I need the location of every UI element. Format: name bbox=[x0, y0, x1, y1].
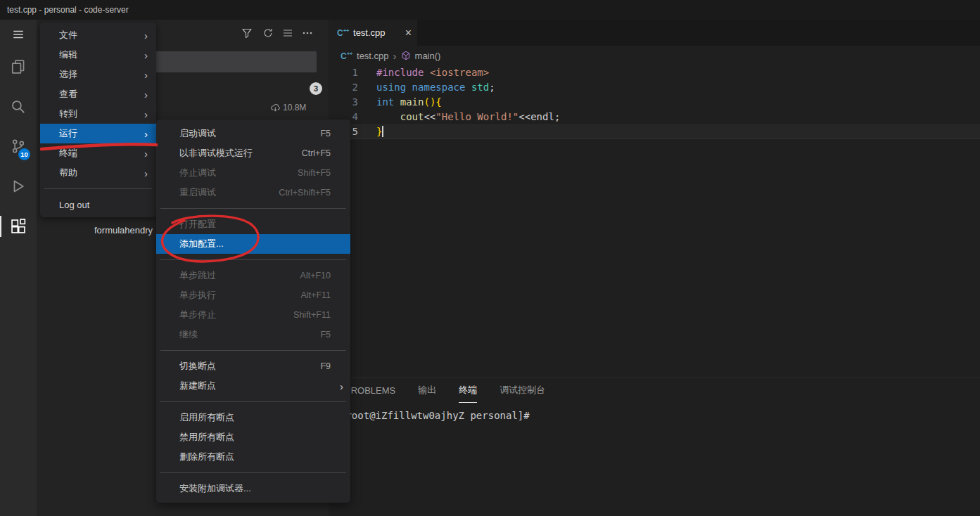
menu-separator bbox=[160, 472, 346, 473]
hamburger-icon bbox=[12, 28, 25, 41]
app-menu-item[interactable]: 选择› bbox=[40, 65, 156, 84]
run-menu-item-label: 切换断点 bbox=[179, 360, 216, 373]
panel-tab-bar: PROBLEMS输出终端调试控制台 bbox=[329, 378, 980, 403]
run-menu-item-label: 启动调试 bbox=[179, 127, 216, 140]
run-menu-item[interactable]: 启动调试F5 bbox=[156, 124, 350, 143]
app-menu-item[interactable]: 编辑› bbox=[40, 45, 156, 65]
panel-tab[interactable]: 终端 bbox=[459, 378, 477, 403]
line-number: 2 bbox=[329, 80, 358, 95]
cloud-download-icon bbox=[270, 103, 281, 113]
shortcut-label: Alt+F10 bbox=[300, 271, 331, 280]
app-menu-item[interactable]: Log out bbox=[40, 195, 156, 214]
search-icon bbox=[11, 99, 26, 115]
list-icon[interactable] bbox=[279, 25, 296, 41]
panel-tab[interactable]: 输出 bbox=[418, 378, 436, 403]
app-menu-item[interactable]: 转到› bbox=[40, 104, 156, 124]
app-menu-item[interactable]: 运行› bbox=[40, 124, 156, 143]
filter-icon[interactable] bbox=[238, 25, 255, 41]
menu-separator bbox=[160, 208, 346, 209]
chevron-right-icon: › bbox=[144, 30, 148, 41]
run-menu-item[interactable]: 删除所有断点 bbox=[156, 447, 350, 467]
code-line[interactable]: 1#include <iostream> bbox=[329, 65, 980, 80]
activity-bar: 10 bbox=[0, 20, 37, 516]
run-menu-item-label: 停止调试 bbox=[179, 167, 216, 179]
run-menu-item[interactable]: 安装附加调试器... bbox=[156, 479, 350, 498]
menu-button[interactable] bbox=[0, 20, 37, 49]
app-menu-item[interactable]: 帮助› bbox=[40, 163, 156, 183]
code-text: cout<<"Hello World!"<<endl; bbox=[358, 110, 560, 124]
run-menu-item-label: 添加配置... bbox=[179, 238, 224, 250]
app-menu-item-label: Log out bbox=[59, 200, 89, 210]
chevron-right-icon: › bbox=[144, 108, 148, 120]
menu-separator bbox=[44, 188, 152, 189]
refresh-icon[interactable] bbox=[260, 25, 276, 41]
run-menu-item: 重启调试Ctrl+Shift+F5 bbox=[156, 183, 350, 202]
app-menu-item-label: 转到 bbox=[59, 108, 77, 120]
code-line[interactable]: 5} bbox=[329, 124, 980, 139]
scm-badge: 10 bbox=[18, 148, 30, 160]
chevron-right-icon: › bbox=[393, 50, 397, 62]
run-menu-item-label: 单步执行 bbox=[179, 289, 216, 302]
run-menu-item[interactable]: 启用所有断点 bbox=[156, 408, 350, 427]
code-editor[interactable]: 1#include <iostream>2using namespace std… bbox=[329, 65, 980, 139]
code-line[interactable]: 4 cout<<"Hello World!"<<endl; bbox=[329, 110, 980, 124]
activity-extensions[interactable] bbox=[0, 212, 37, 240]
run-menu-item[interactable]: 以非调试模式运行Ctrl+F5 bbox=[156, 143, 350, 163]
app-menu-item-label: 选择 bbox=[59, 68, 77, 81]
run-debug-icon bbox=[11, 179, 26, 194]
activity-search[interactable] bbox=[0, 93, 37, 121]
panel-tab[interactable]: PROBLEMS bbox=[345, 378, 395, 403]
activity-source-control[interactable]: 10 bbox=[0, 132, 37, 160]
shortcut-label: F5 bbox=[320, 129, 331, 138]
run-menu-item[interactable]: 添加配置... bbox=[156, 234, 350, 254]
menu-separator bbox=[160, 259, 346, 260]
run-menu-item-label: 单步跳过 bbox=[179, 269, 216, 282]
run-menu-item: 单步跳过Alt+F10 bbox=[156, 266, 350, 285]
code-line[interactable]: 2using namespace std; bbox=[329, 80, 980, 95]
shortcut-label: Ctrl+Shift+F5 bbox=[279, 188, 331, 198]
terminal[interactable]: [root@iZfillwtw0ajhyZ personal]# bbox=[329, 410, 980, 421]
extensions-icon bbox=[11, 219, 26, 234]
panel-tab[interactable]: 调试控制台 bbox=[499, 378, 545, 403]
app-menu-item-label: 编辑 bbox=[59, 49, 77, 61]
run-menu-item-label: 禁用所有断点 bbox=[179, 431, 234, 444]
more-actions-icon[interactable] bbox=[299, 25, 316, 41]
tab-test-cpp[interactable]: C++ test.cpp × bbox=[329, 20, 417, 46]
code-text: #include <iostream> bbox=[358, 65, 489, 80]
run-menu-item-label: 单步停止 bbox=[179, 309, 216, 321]
symbol-method-icon bbox=[401, 51, 411, 60]
code-line[interactable]: 3int main(){ bbox=[329, 95, 980, 110]
app-menu-item[interactable]: 查看› bbox=[40, 84, 156, 104]
run-menu-item-label: 以非调试模式运行 bbox=[179, 147, 253, 160]
run-menu-item-label: 打开配置 bbox=[179, 218, 216, 231]
activity-run-debug[interactable] bbox=[0, 172, 37, 200]
breadcrumb-file[interactable]: test.cpp bbox=[357, 51, 389, 61]
chevron-right-icon: › bbox=[144, 167, 148, 179]
shortcut-label: Ctrl+F5 bbox=[302, 148, 331, 158]
cpp-file-icon: C++ bbox=[337, 27, 349, 38]
run-menu-item-label: 继续 bbox=[179, 328, 198, 341]
run-menu-item: 继续F5 bbox=[156, 325, 350, 344]
app-menu-item[interactable]: 终端› bbox=[40, 143, 156, 163]
chevron-right-icon: › bbox=[144, 128, 148, 140]
run-menu-item: 打开配置 bbox=[156, 214, 350, 234]
title-bar: test.cpp - personal - code-server bbox=[0, 0, 980, 20]
window-title: test.cpp - personal - code-server bbox=[7, 5, 129, 15]
run-menu-item: 停止调试Shift+F5 bbox=[156, 163, 350, 183]
code-text: } bbox=[358, 124, 383, 139]
activity-explorer[interactable] bbox=[0, 53, 37, 81]
run-menu: 启动调试F5以非调试模式运行Ctrl+F5停止调试Shift+F5重启调试Ctr… bbox=[156, 120, 350, 503]
run-menu-item[interactable]: 禁用所有断点 bbox=[156, 427, 350, 447]
breadcrumb-symbol[interactable]: main() bbox=[415, 51, 441, 61]
run-menu-item[interactable]: 新建断点› bbox=[156, 376, 350, 396]
code-text: int main(){ bbox=[358, 95, 442, 110]
application-menu: 文件›编辑›选择›查看›转到›运行›终端›帮助›Log out bbox=[40, 22, 156, 217]
run-menu-item: 单步停止Shift+F11 bbox=[156, 305, 350, 325]
shortcut-label: F5 bbox=[320, 330, 331, 340]
extension-downloads: 10.8M bbox=[270, 102, 306, 113]
run-menu-item[interactable]: 切换断点F9 bbox=[156, 356, 350, 376]
shortcut-label: Shift+F11 bbox=[293, 310, 331, 320]
app-menu-item[interactable]: 文件› bbox=[40, 25, 156, 45]
run-menu-item-label: 重启调试 bbox=[179, 186, 216, 199]
close-icon[interactable]: × bbox=[405, 27, 412, 39]
